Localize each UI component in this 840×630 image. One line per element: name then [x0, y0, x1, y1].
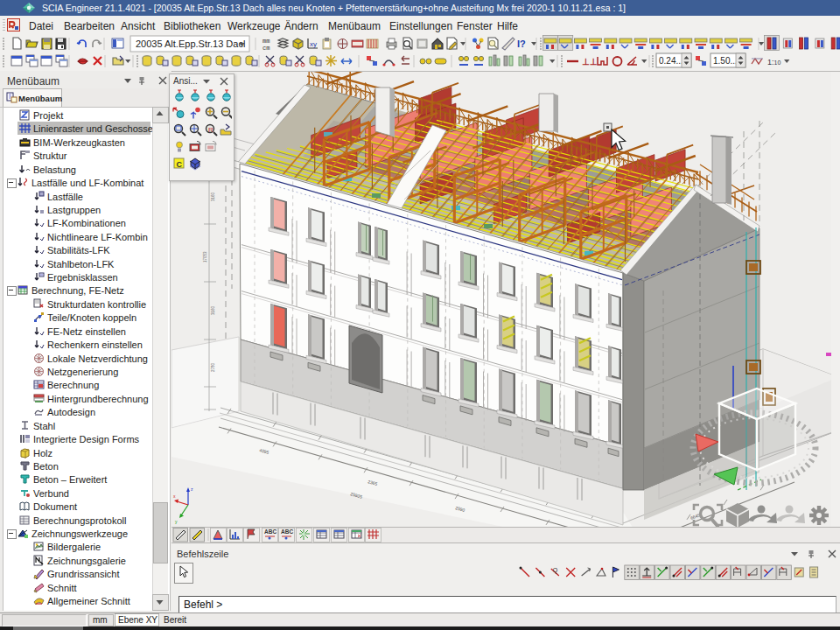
svg-text:⊥⊥: ⊥⊥ — [582, 57, 598, 66]
svg-text:cm: cm — [262, 45, 270, 52]
svg-text:3160: 3160 — [211, 305, 215, 315]
svg-text:ABC: ABC — [281, 528, 293, 535]
svg-text:17053: 17053 — [203, 251, 207, 262]
svg-text:I?: I? — [517, 38, 526, 49]
svg-text:1.50...: 1.50... — [713, 56, 738, 66]
svg-text:1:10: 1:10 — [767, 58, 780, 66]
svg-text:xy: xy — [310, 40, 317, 48]
svg-text:3160: 3160 — [211, 192, 215, 201]
svg-text:2780: 2780 — [211, 362, 215, 372]
svg-text:0.24...: 0.24... — [659, 56, 683, 66]
svg-text:mm: mm — [262, 38, 270, 45]
svg-text:20035 Alt.Epp.Str.13 Dacl: 20035 Alt.Epp.Str.13 Dacl — [136, 38, 245, 49]
svg-text:ABC: ABC — [264, 528, 276, 535]
svg-text:C: C — [177, 160, 183, 169]
svg-text:Q: Q — [553, 567, 558, 574]
svg-text:R: R — [208, 126, 214, 134]
